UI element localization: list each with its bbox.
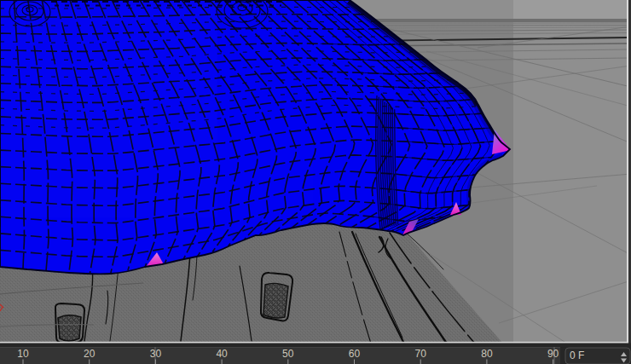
svg-text:0 F: 0 F	[570, 350, 584, 361]
svg-text:80: 80	[481, 348, 493, 360]
svg-text:10: 10	[17, 348, 29, 360]
svg-text:90: 90	[547, 348, 559, 360]
svg-text:20: 20	[84, 348, 96, 360]
svg-text:70: 70	[415, 348, 427, 360]
svg-text:30: 30	[150, 348, 162, 360]
svg-text:60: 60	[349, 348, 361, 360]
svg-text:50: 50	[282, 348, 294, 360]
svg-text:40: 40	[216, 348, 228, 360]
